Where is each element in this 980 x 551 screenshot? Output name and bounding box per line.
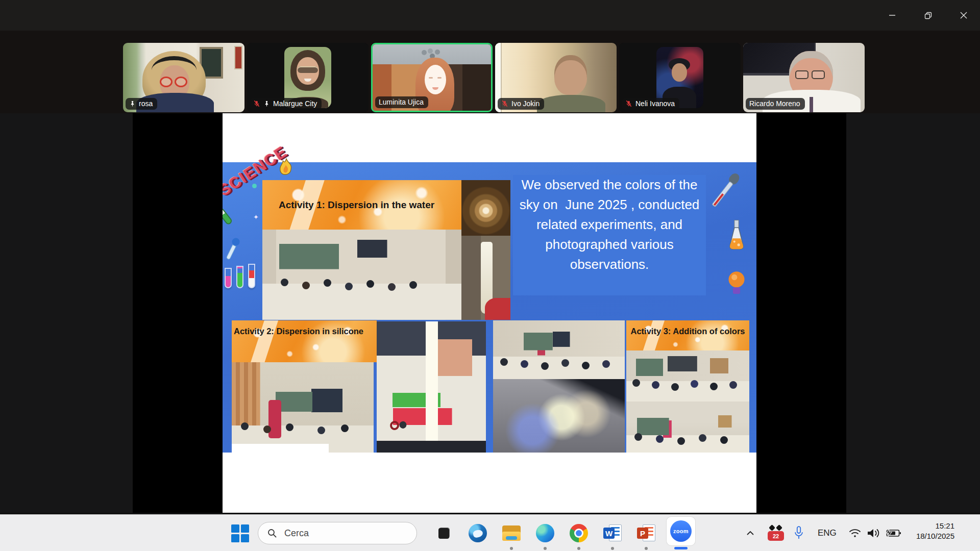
participant-tile-rosa[interactable]: rosa xyxy=(123,43,244,112)
participant-name: Luminita Ujica xyxy=(379,97,424,107)
light-circles-photo xyxy=(461,180,510,236)
green-tube-icon xyxy=(223,207,233,226)
running-indicator xyxy=(611,547,614,550)
mic-muted-icon xyxy=(625,100,632,107)
participant-tile-ricardo-moreno[interactable]: Ricardo Moreno xyxy=(743,43,865,112)
tray-date: 18/10/2025 xyxy=(893,531,954,541)
thunderbird-icon xyxy=(469,524,487,542)
windows-taskbar: Cerca W P zoom xyxy=(0,514,980,551)
participant-name-label: Neli Ivanova xyxy=(622,98,679,110)
minimize-icon xyxy=(889,12,896,19)
flask-icon xyxy=(726,217,747,254)
slide-white-patch xyxy=(232,444,329,453)
running-indicator xyxy=(577,547,580,550)
activity3-title: Activity 3: Addition of colors xyxy=(626,327,749,336)
wifi-status[interactable] xyxy=(848,515,862,551)
participant-name: Ivo Jokin xyxy=(511,99,540,108)
activity2-title: Activity 2: Dispersion in silicone xyxy=(234,327,363,336)
close-icon xyxy=(960,12,967,19)
badge-count: 22 xyxy=(773,533,779,539)
search-input[interactable]: Cerca xyxy=(258,522,417,544)
activity3-classroom-photo-top xyxy=(493,320,625,379)
running-indicator xyxy=(645,547,648,550)
participant-name: Neli Ivanova xyxy=(635,99,675,108)
activity2-banner: Activity 2: Dispersion in silicone xyxy=(232,320,377,362)
edge-icon xyxy=(536,524,554,542)
zoom-active-indicator xyxy=(674,547,688,549)
zoom-icon-label: zoom xyxy=(673,528,689,534)
science-word-art: SCIENCE ✦ xyxy=(223,158,320,235)
participant-tile-malargue-city[interactable]: Malargue City xyxy=(247,43,369,112)
powerpoint-button[interactable]: P xyxy=(636,523,656,543)
participant-tile-ivo-jokin[interactable]: Ivo Jokin xyxy=(495,43,617,112)
activity2-classroom-photo xyxy=(232,362,374,453)
meeting-main-area: SCIENCE ✦ Activity 1: Dispersion in the … xyxy=(0,113,980,513)
powerpoint-icon: P xyxy=(637,523,655,543)
running-indicator xyxy=(544,547,547,550)
close-button[interactable] xyxy=(955,7,972,23)
word-icon: W xyxy=(603,523,622,543)
file-explorer-icon xyxy=(502,525,521,541)
test-tubes-icon xyxy=(225,264,255,288)
participant-name-label: rosa xyxy=(126,98,157,110)
participant-name-label: Malargue City xyxy=(250,98,322,110)
word-button[interactable]: W xyxy=(603,523,622,543)
language-code: ENG xyxy=(818,528,837,538)
microphone-in-use-indicator[interactable] xyxy=(793,515,804,551)
task-view-button[interactable] xyxy=(434,523,454,543)
tray-time: 15:21 xyxy=(893,521,954,531)
participant-name: Malargue City xyxy=(273,99,317,108)
search-icon xyxy=(267,528,277,538)
chevron-up-icon xyxy=(746,531,754,536)
search-placeholder: Cerca xyxy=(284,528,309,539)
slide-text-panel: We observed the colors of the sky on Jun… xyxy=(513,175,706,295)
zoom-app-button[interactable]: zoom xyxy=(667,517,695,545)
volume-status[interactable] xyxy=(867,515,881,551)
restore-icon xyxy=(924,12,932,19)
participant-name-label: Luminita Ujica xyxy=(375,96,428,108)
participant-name-label: Ricardo Moreno xyxy=(746,98,805,110)
pin-icon xyxy=(263,101,270,107)
addition-of-colors-photo-2 xyxy=(626,402,749,453)
participant-strip: rosa Malargue City Luminita Ujica xyxy=(0,31,980,113)
participant-name: rosa xyxy=(139,99,153,108)
activity3-banner: Activity 3: Addition of colors xyxy=(626,320,749,350)
edge-button[interactable] xyxy=(535,523,555,543)
wifi-icon xyxy=(848,528,862,538)
clock[interactable]: 15:21 18/10/2025 xyxy=(893,521,954,541)
activity1-classroom-photo xyxy=(262,230,461,320)
sparkle-dot xyxy=(252,184,257,188)
zoom-icon: zoom xyxy=(670,520,692,542)
participant-name-label: Ivo Jokin xyxy=(498,98,544,110)
language-indicator[interactable]: ENG xyxy=(818,515,837,551)
mic-muted-icon xyxy=(253,100,260,107)
calendar-badge-icon: 22 xyxy=(768,525,784,541)
sparkle-star: ✦ xyxy=(253,213,259,221)
microphone-icon xyxy=(793,525,804,541)
tray-overflow-button[interactable] xyxy=(746,515,760,551)
restore-button[interactable] xyxy=(919,7,937,23)
chrome-button[interactable] xyxy=(569,523,589,543)
minimize-button[interactable] xyxy=(884,7,901,23)
bulb-icon xyxy=(728,269,745,301)
speaker-icon xyxy=(867,528,881,539)
color-light-blobs-photo xyxy=(493,379,625,453)
participant-name: Ricardo Moreno xyxy=(749,99,800,108)
tray-app-badge[interactable]: 22 xyxy=(768,515,784,551)
start-button[interactable] xyxy=(230,523,250,543)
windows-logo-icon xyxy=(231,524,249,542)
shared-screen-stage: SCIENCE ✦ Activity 1: Dispersion in the … xyxy=(133,113,846,513)
thunderbird-button[interactable] xyxy=(468,523,487,543)
participant-tile-luminita-ujica-active-speaker[interactable]: Luminita Ujica xyxy=(371,43,493,112)
pin-icon xyxy=(129,101,136,107)
glass-column-photo xyxy=(461,236,510,320)
titlebar xyxy=(0,0,980,31)
task-view-icon xyxy=(435,524,453,542)
presentation-slide: SCIENCE ✦ Activity 1: Dispersion in the … xyxy=(223,113,756,513)
file-explorer-button[interactable] xyxy=(502,523,521,543)
hand-tube-photo xyxy=(377,321,486,453)
chrome-icon xyxy=(570,524,588,542)
mic-muted-icon xyxy=(501,100,508,107)
participant-tile-neli-ivanova[interactable]: Neli Ivanova xyxy=(619,43,741,112)
slide-main-text: We observed the colors of the sky on Jun… xyxy=(513,175,706,274)
